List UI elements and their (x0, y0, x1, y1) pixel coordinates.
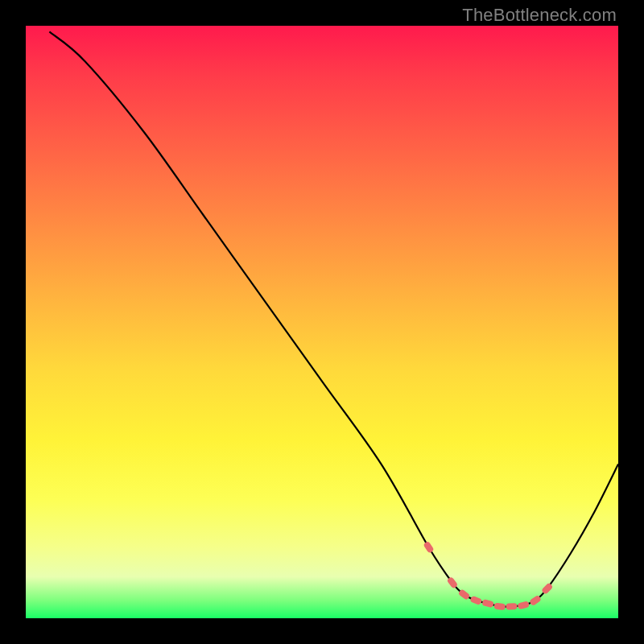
data-marker (506, 603, 517, 610)
curve-svg (26, 26, 618, 618)
data-marker (423, 541, 434, 554)
bottleneck-curve (49, 31, 618, 606)
watermark-text: TheBottleneck.com (462, 5, 617, 26)
data-marker (517, 601, 530, 609)
chart-frame: TheBottleneck.com (0, 0, 644, 644)
data-marker (493, 602, 506, 610)
marker-group (423, 541, 553, 610)
data-marker (481, 599, 494, 608)
plot-area (26, 26, 618, 618)
data-marker (469, 596, 482, 605)
